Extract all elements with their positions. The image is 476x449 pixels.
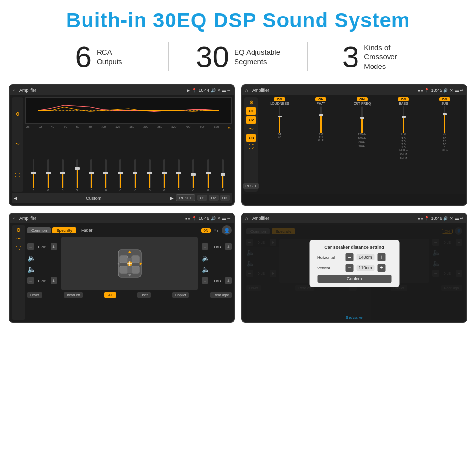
phat-slider[interactable] [320,106,322,133]
eq-reset-btn[interactable]: RESET [176,194,196,201]
eq-u1-btn[interactable]: U1 [197,195,207,201]
slider-4[interactable]: 5 [76,159,78,192]
u1-select-btn[interactable]: U1 [246,107,256,115]
eq-wave-icon[interactable]: 〜 [15,141,20,148]
slider-7[interactable]: 0 [119,159,121,192]
eq-u3-btn[interactable]: U3 [220,195,230,201]
minimize-icon-fader[interactable]: ▬ [222,216,226,221]
svg-rect-6 [132,266,139,273]
vol-minus-rl[interactable]: − [27,277,34,284]
slider-6[interactable]: 0 [105,159,107,192]
location-icon-fader: 📍 [192,216,197,221]
slider-1[interactable]: 0 [33,159,34,192]
close-icon-dist[interactable]: ✕ [450,216,453,221]
eq-expand-icon[interactable]: ⛶ [15,172,20,178]
cutfreq-slider[interactable] [361,106,363,133]
eq-prev-btn[interactable]: ◀ [14,195,17,200]
home-icon-dist[interactable]: ⌂ [245,216,248,221]
loudness-slider[interactable] [279,106,280,133]
vol-plus-fr[interactable]: + [225,243,232,250]
amp-inner: ⚙ U1 U2 〜 U3 ⛶ RESET ON LOUDNESS [244,97,464,192]
vol-minus-rr[interactable]: − [202,277,208,284]
bass-group: ON BASS F G 3.0 2.5 2.0 1.5 100Hz 90Hz [384,97,423,160]
close-icon[interactable]: ✕ [217,88,221,93]
amp-tune-icon[interactable]: ⚙ [249,100,254,105]
vol-plus-rl[interactable]: + [51,277,57,284]
sub-letters: G [443,133,446,136]
record-icon-fader: ■ ● [185,217,190,220]
close-icon-amp[interactable]: ✕ [450,88,453,93]
amp-wave-icon[interactable]: 〜 [249,126,254,133]
location-icon-amp: 📍 [425,88,429,93]
sub-on-btn[interactable]: ON [439,97,450,101]
slider-9[interactable]: 0 [149,159,151,192]
sub-slider[interactable] [444,106,445,133]
eq-next-btn[interactable]: ▶ [170,195,174,200]
u3-select-btn[interactable]: U3 [246,134,256,142]
driver-btn[interactable]: Driver [27,292,42,298]
back-icon-dist[interactable]: ↩ [460,216,463,221]
slider-11[interactable]: 0 [178,159,180,192]
stat-rca: 6 RCAOutputs [29,42,168,72]
fader-wave-icon[interactable]: 〜 [16,235,21,242]
slider-12[interactable]: -1 [192,159,195,192]
copilot-btn[interactable]: Copilot [172,292,189,298]
eq-u2-btn[interactable]: U2 [209,195,219,201]
confirm-button[interactable]: Confirm [317,275,391,283]
eq-tune-icon[interactable]: ⚙ [16,111,20,116]
tab-specialty-fader[interactable]: Specialty [52,227,76,233]
car-diagram [61,237,198,290]
home-icon-amp[interactable]: ⌂ [245,88,248,93]
screen-title-amp: Amplifier [252,88,416,93]
back-icon-fader[interactable]: ↩ [227,216,231,221]
rear-left-btn[interactable]: RearLeft [64,292,83,298]
loudness-on-btn[interactable]: ON [274,97,285,101]
eq-freq-labels: 253240506380100125160200250320400500630 … [25,125,232,131]
fader-tune-icon[interactable]: ⚙ [17,227,21,233]
back-icon-amp[interactable]: ↩ [460,88,463,93]
minimize-icon[interactable]: ▬ [222,88,226,93]
slider-3[interactable]: 0 [62,159,64,192]
vol-minus-fl[interactable]: − [27,243,34,250]
vol-minus-fr[interactable]: − [202,243,208,250]
vertical-plus-btn[interactable]: + [377,264,385,272]
amp-reset-btn[interactable]: RESET [243,183,258,189]
fader-expand-icon[interactable]: ⛶ [16,245,21,250]
slider-14[interactable]: -1 [222,159,224,192]
back-icon[interactable]: ↩ [227,88,231,93]
user-btn[interactable]: User [137,292,151,298]
amp-expand-icon[interactable]: ⛶ [249,144,254,149]
u2-select-btn[interactable]: U2 [246,116,256,124]
stat-label-rca: RCAOutputs [97,48,122,67]
screen-dist: ⌂ Amplifier ■ ● 📍 10:46 🔊 ✕ ▬ ↩ Common S… [241,213,467,323]
phat-on-btn[interactable]: ON [315,97,326,101]
horizontal-plus-btn[interactable]: + [377,253,385,261]
play-icon: ▶ [187,88,190,93]
slider-2[interactable]: 0 [47,159,49,192]
vertical-minus-btn[interactable]: − [345,264,353,272]
fader-on-btn[interactable]: ON [201,228,211,233]
svg-rect-3 [120,256,128,263]
fader-toggle-icon[interactable]: ⇆ [214,228,218,233]
close-icon-fader[interactable]: ✕ [217,216,221,221]
bass-on-btn[interactable]: ON [398,97,409,101]
stat-eq: 30 EQ AdjustableSegments [169,42,307,72]
home-icon-fader[interactable]: ⌂ [13,216,16,221]
horizontal-minus-btn[interactable]: − [345,253,353,261]
vol-plus-rr[interactable]: + [225,277,232,284]
slider-13[interactable]: 0 [207,159,209,192]
bass-slider[interactable] [403,106,404,133]
slider-8[interactable]: 0 [134,159,136,192]
cutfreq-on-btn[interactable]: ON [357,97,368,101]
minimize-icon-amp[interactable]: ▬ [455,88,459,93]
home-icon[interactable]: ⌂ [13,88,16,93]
all-btn[interactable]: All [104,292,116,298]
vol-plus-fl[interactable]: + [51,243,57,250]
status-time-eq: 10:44 [198,88,209,93]
slider-5[interactable]: 0 [90,159,92,192]
minimize-icon-dist[interactable]: ▬ [455,216,459,221]
status-icons-amp: 📍 10:45 🔊 ✕ ▬ ↩ [425,88,463,93]
tab-common-fader[interactable]: Common [27,227,51,233]
slider-10[interactable]: 0 [163,159,165,192]
rear-right-btn[interactable]: RearRight [210,292,232,298]
